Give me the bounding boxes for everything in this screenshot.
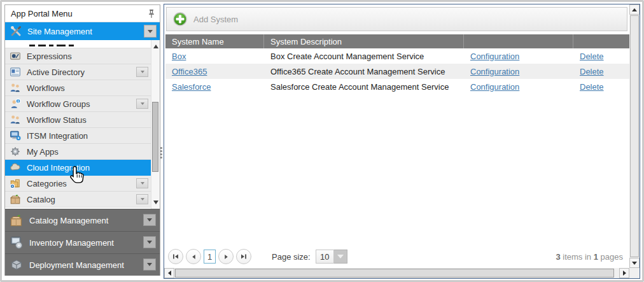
configuration-link[interactable]: Configuration bbox=[470, 67, 519, 76]
table-row: Office365 Office365 Create Account Manag… bbox=[165, 64, 629, 79]
current-page-number[interactable]: 1 bbox=[204, 250, 216, 264]
system-name-link[interactable]: Salesforce bbox=[172, 82, 211, 92]
column-header-delete[interactable] bbox=[573, 34, 629, 48]
gear-icon bbox=[10, 146, 21, 157]
partially-scrolled-item[interactable] bbox=[5, 40, 151, 48]
panel-splitter[interactable] bbox=[160, 147, 163, 159]
scroll-right-button[interactable] bbox=[619, 268, 629, 278]
system-description: Office365 Create Account Management Serv… bbox=[270, 67, 445, 76]
delete-link[interactable]: Delete bbox=[580, 82, 604, 92]
sidebar-item-catalog[interactable]: Catalog bbox=[5, 192, 151, 208]
scroll-left-arrow-icon bbox=[168, 271, 171, 276]
last-page-icon bbox=[241, 253, 247, 260]
item-dropdown-button[interactable] bbox=[136, 67, 148, 77]
sidebar-list: Expressions Active Directory bbox=[5, 40, 160, 209]
scrollbar-thumb[interactable] bbox=[175, 269, 614, 278]
scrollbar-thumb[interactable] bbox=[152, 102, 158, 172]
sidebar-item-categories[interactable]: Categories bbox=[5, 176, 151, 192]
section-label: Site Management bbox=[27, 27, 92, 36]
scroll-up-arrow-icon[interactable] bbox=[153, 45, 158, 48]
item-label: Catalog bbox=[27, 195, 55, 204]
package-icon bbox=[10, 194, 21, 205]
sidebar-item-itsm-integration[interactable]: ITSM Integration bbox=[5, 128, 151, 144]
monitor-gear-icon bbox=[10, 130, 21, 141]
system-name-link[interactable]: Box bbox=[172, 52, 186, 61]
section-dropdown-button[interactable] bbox=[143, 258, 156, 271]
sidebar-title: App Portal Menu bbox=[11, 9, 73, 18]
sidebar-panel: App Portal Menu Site Management bbox=[4, 4, 160, 276]
green-plus-icon bbox=[173, 12, 187, 26]
add-system-button[interactable]: Add System bbox=[173, 12, 238, 26]
scroll-right-arrow-icon bbox=[623, 271, 626, 276]
scroll-up-button[interactable] bbox=[629, 4, 640, 15]
cloud-icon bbox=[10, 162, 21, 173]
grid-toolbar: Add System bbox=[166, 7, 627, 31]
scroll-down-button[interactable] bbox=[629, 258, 640, 268]
sidebar-item-expressions[interactable]: Expressions bbox=[5, 48, 151, 64]
section-dropdown-button[interactable] bbox=[144, 25, 157, 38]
horizontal-scrollbar[interactable] bbox=[164, 268, 629, 278]
section-dropdown-button[interactable] bbox=[143, 214, 156, 226]
first-page-button[interactable] bbox=[168, 249, 183, 264]
item-label: Workflow Status bbox=[27, 115, 87, 125]
pager-bar: 1 Page size: 10 3 items in 1 pages bbox=[168, 246, 627, 267]
section-label: Catalog Management bbox=[29, 216, 108, 225]
scroll-left-button[interactable] bbox=[164, 268, 174, 278]
item-label: Workflow Groups bbox=[27, 99, 90, 109]
vertical-scrollbar[interactable] bbox=[629, 4, 640, 268]
add-system-label: Add System bbox=[193, 15, 238, 24]
next-page-icon bbox=[223, 254, 229, 260]
item-dropdown-button[interactable] bbox=[136, 178, 148, 188]
sidebar-item-my-apps[interactable]: My Apps bbox=[5, 144, 151, 160]
system-description: Salesforce Create Account Management Ser… bbox=[270, 82, 449, 92]
configuration-link[interactable]: Configuration bbox=[470, 52, 519, 61]
sidebar-item-active-directory[interactable]: Active Directory bbox=[5, 64, 151, 80]
previous-page-button[interactable] bbox=[186, 249, 201, 264]
scroll-down-arrow-icon bbox=[632, 262, 637, 265]
delete-link[interactable]: Delete bbox=[580, 52, 604, 61]
item-dropdown-button[interactable] bbox=[136, 194, 148, 204]
previous-page-icon bbox=[191, 254, 197, 260]
section-dropdown-button[interactable] bbox=[143, 236, 156, 248]
sidebar-item-cloud-integration[interactable]: Cloud Integration bbox=[5, 160, 151, 176]
configuration-link[interactable]: Configuration bbox=[470, 82, 519, 92]
scrollbar-thumb[interactable] bbox=[630, 15, 639, 257]
next-page-button[interactable] bbox=[218, 249, 234, 264]
id-card-icon bbox=[10, 66, 21, 78]
sidebar-item-workflow-groups[interactable]: Workflow Groups bbox=[5, 96, 151, 112]
item-label: Workflows bbox=[27, 83, 65, 93]
delete-link[interactable]: Delete bbox=[580, 67, 604, 76]
people-icon bbox=[10, 82, 21, 94]
item-dropdown-button[interactable] bbox=[136, 99, 148, 109]
monitor-disc-icon bbox=[10, 236, 24, 250]
package-plant-icon bbox=[10, 213, 24, 227]
table-header: System Name System Description bbox=[165, 34, 629, 48]
item-label: Expressions bbox=[27, 52, 72, 61]
scroll-down-arrow-icon[interactable] bbox=[153, 201, 158, 204]
sidebar-item-workflows[interactable]: Workflows bbox=[5, 80, 151, 96]
pin-icon[interactable] bbox=[148, 9, 155, 19]
last-page-button[interactable] bbox=[236, 249, 251, 264]
page-size-dropdown-button[interactable] bbox=[334, 250, 347, 264]
page-size-label: Page size: bbox=[272, 252, 311, 262]
item-label: Categories bbox=[27, 179, 67, 188]
folder-gear-icon bbox=[10, 178, 21, 189]
column-header-configuration[interactable] bbox=[464, 34, 573, 48]
sidebar-scrollbar[interactable] bbox=[151, 40, 160, 209]
main-panel: Add System System Name System Descriptio… bbox=[164, 4, 640, 279]
column-header-system-description[interactable]: System Description bbox=[264, 34, 464, 48]
item-label: Cloud Integration bbox=[27, 163, 90, 173]
table-row: Salesforce Salesforce Create Account Man… bbox=[165, 79, 629, 94]
system-name-link[interactable]: Office365 bbox=[172, 67, 207, 76]
sidebar-section-deployment-management[interactable]: Deployment Management bbox=[5, 253, 160, 276]
item-label: Active Directory bbox=[27, 67, 85, 77]
sidebar-section-site-management[interactable]: Site Management bbox=[5, 22, 160, 40]
chevron-down-icon bbox=[337, 255, 344, 258]
person-info-icon bbox=[10, 98, 21, 109]
column-header-system-name[interactable]: System Name bbox=[165, 34, 264, 48]
people-icon bbox=[10, 114, 21, 125]
sidebar-section-inventory-management[interactable]: Inventory Management bbox=[5, 231, 160, 253]
page-size-value[interactable]: 10 bbox=[316, 250, 334, 264]
sidebar-section-catalog-management[interactable]: Catalog Management bbox=[5, 209, 160, 231]
sidebar-item-workflow-status[interactable]: Workflow Status bbox=[5, 112, 151, 128]
